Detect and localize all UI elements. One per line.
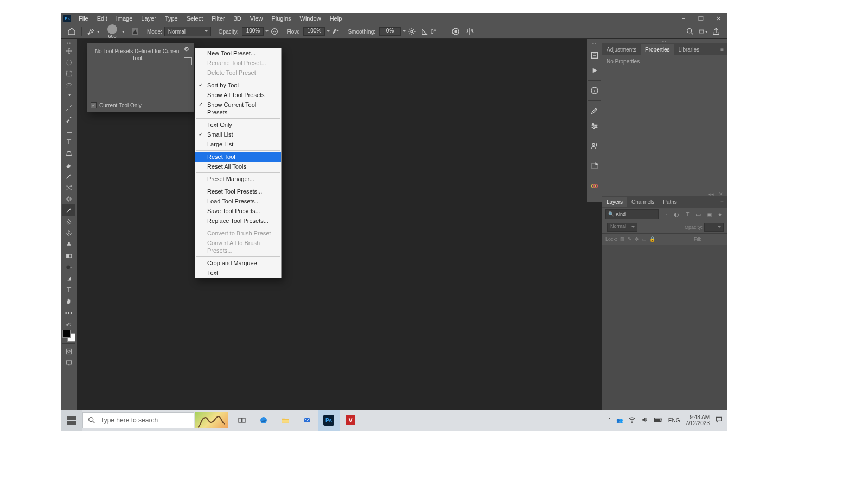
tool-swap-colors[interactable] — [62, 322, 75, 329]
airbrush-icon[interactable] — [331, 27, 340, 36]
menu-item-preset-manager[interactable]: Preset Manager... — [195, 174, 281, 184]
tool-screenmode[interactable] — [62, 357, 75, 368]
color-panel-icon[interactable] — [588, 179, 601, 192]
menu-edit[interactable]: Edit — [93, 14, 112, 23]
tab-channels[interactable]: Channels — [627, 197, 659, 207]
tray-volume-icon[interactable] — [641, 416, 649, 425]
tool-pen[interactable] — [62, 216, 75, 227]
opacity-pressure-icon[interactable] — [270, 27, 279, 36]
tool-shape[interactable] — [62, 273, 75, 284]
menu-window[interactable]: Window — [296, 14, 326, 23]
layer-fill-input[interactable] — [704, 235, 724, 243]
mail-icon[interactable] — [296, 410, 318, 431]
filter-smart-icon[interactable]: ▣ — [705, 210, 713, 218]
lock-position-icon[interactable]: ✥ — [635, 236, 639, 242]
tool-line[interactable] — [62, 102, 75, 113]
brush-preset-picker[interactable]: 600 — [104, 23, 121, 40]
tool-shuffle[interactable] — [62, 182, 75, 193]
tool-marquee-ellipse[interactable] — [62, 56, 75, 68]
notes-panel-icon[interactable] — [588, 159, 601, 172]
search-icon[interactable] — [686, 27, 694, 36]
tool-eraser[interactable] — [62, 159, 75, 170]
photoshop-taskbar-icon[interactable]: Ps — [318, 410, 340, 431]
tray-clock[interactable]: 9:48 AM 7/12/2023 — [686, 414, 710, 426]
layers-list[interactable] — [602, 245, 727, 420]
character-panel-icon[interactable] — [588, 139, 601, 152]
filter-toggle-icon[interactable]: ● — [716, 210, 724, 218]
smoothing-input[interactable]: 0% — [379, 27, 401, 36]
menu-file[interactable]: File — [74, 14, 93, 23]
tab-adjustments[interactable]: Adjustments — [602, 44, 641, 55]
panel-grip[interactable]: ◂◂✕ — [602, 191, 727, 196]
tool-preset-picker[interactable]: ▾ — [85, 26, 101, 37]
tray-ime-label[interactable]: ENG — [668, 418, 680, 423]
panel-menu-icon[interactable]: ≡ — [717, 199, 727, 205]
menu-item-show-current-tool-presets[interactable]: Show Current Tool Presets — [195, 100, 281, 117]
tool-type[interactable] — [62, 136, 75, 147]
menu-item-text-only[interactable]: Text Only — [195, 120, 281, 130]
panel-menu-icon[interactable]: ≡ — [717, 47, 727, 53]
tool-healing[interactable] — [62, 227, 75, 239]
layer-blend-dropdown[interactable]: Normal — [607, 223, 637, 232]
brush-panel-icon[interactable] — [588, 104, 601, 117]
tool-pencil[interactable] — [62, 170, 75, 182]
angle-value[interactable]: 0° — [431, 29, 436, 35]
flow-input[interactable]: 100% — [303, 27, 325, 36]
menu-3d[interactable]: 3D — [229, 14, 246, 23]
menu-select[interactable]: Select — [182, 14, 208, 23]
sliders-panel-icon[interactable] — [588, 119, 601, 132]
menu-item-reset-all-tools[interactable]: Reset All Tools — [195, 162, 281, 171]
opacity-input[interactable]: 100% — [242, 27, 264, 36]
task-view-icon[interactable] — [231, 410, 253, 431]
menu-item-reset-tool-presets[interactable]: Reset Tool Presets... — [195, 187, 281, 196]
tray-wifi-icon[interactable] — [628, 416, 636, 425]
tool-eyedropper[interactable] — [62, 113, 75, 125]
home-button[interactable] — [65, 26, 78, 37]
menu-help[interactable]: Help — [326, 14, 347, 23]
tool-magic-wand[interactable] — [62, 91, 75, 102]
menu-layer[interactable]: Layer — [137, 14, 161, 23]
menu-item-replace-tool-presets[interactable]: Replace Tool Presets... — [195, 216, 281, 226]
tab-paths[interactable]: Paths — [659, 197, 681, 207]
pressure-size-icon[interactable] — [451, 27, 460, 36]
window-maximize-button[interactable]: ❐ — [692, 13, 710, 24]
menu-plugins[interactable]: Plugins — [267, 14, 295, 23]
window-minimize-button[interactable]: − — [675, 13, 692, 24]
start-button[interactable] — [61, 410, 82, 431]
tool-type-2[interactable] — [62, 284, 75, 296]
tray-notifications-icon[interactable] — [715, 416, 723, 425]
tool-gear[interactable] — [62, 193, 75, 204]
tool-lasso[interactable] — [62, 79, 75, 91]
layer-filter-kind[interactable]: 🔍 Kind — [605, 209, 659, 219]
menu-item-reset-tool[interactable]: Reset Tool — [195, 152, 281, 162]
menu-item-text[interactable]: Text — [195, 268, 281, 278]
tool-quickmask[interactable] — [62, 345, 75, 357]
angle-icon[interactable] — [420, 27, 429, 36]
symmetry-icon[interactable] — [465, 27, 474, 36]
toolbox-grip[interactable]: •• — [67, 41, 71, 45]
share-icon[interactable] — [712, 27, 720, 36]
tray-battery-icon[interactable] — [654, 416, 663, 424]
menu-item-show-all-tool-presets[interactable]: Show All Tool Presets — [195, 90, 281, 100]
actions-panel-icon[interactable] — [588, 64, 601, 77]
tool-brush[interactable] — [62, 204, 75, 216]
taskbar-widget-icon[interactable] — [195, 412, 228, 428]
taskbar-search[interactable]: Type here to search — [82, 412, 194, 428]
foreground-color-swatch[interactable] — [62, 330, 71, 338]
tool-dodge[interactable] — [62, 261, 75, 273]
menu-item-save-tool-presets[interactable]: Save Tool Presets... — [195, 206, 281, 216]
menu-filter[interactable]: Filter — [207, 14, 229, 23]
history-panel-icon[interactable] — [588, 49, 601, 62]
tool-hand[interactable] — [62, 296, 75, 307]
tool-more[interactable]: ••• — [62, 307, 75, 318]
window-close-button[interactable]: ✕ — [710, 13, 727, 24]
tool-gradient[interactable] — [62, 250, 75, 261]
filter-image-icon[interactable]: ▫ — [662, 210, 669, 218]
tool-stamp[interactable] — [62, 239, 75, 250]
menu-item-small-list[interactable]: Small List — [195, 130, 281, 139]
menu-item-new-tool-preset[interactable]: New Tool Preset... — [195, 48, 281, 58]
color-swatches[interactable] — [62, 330, 75, 342]
tool-crop[interactable] — [62, 125, 75, 136]
app-v-icon[interactable]: V — [340, 410, 361, 431]
workspace-switcher-icon[interactable]: ▾ — [699, 27, 707, 36]
